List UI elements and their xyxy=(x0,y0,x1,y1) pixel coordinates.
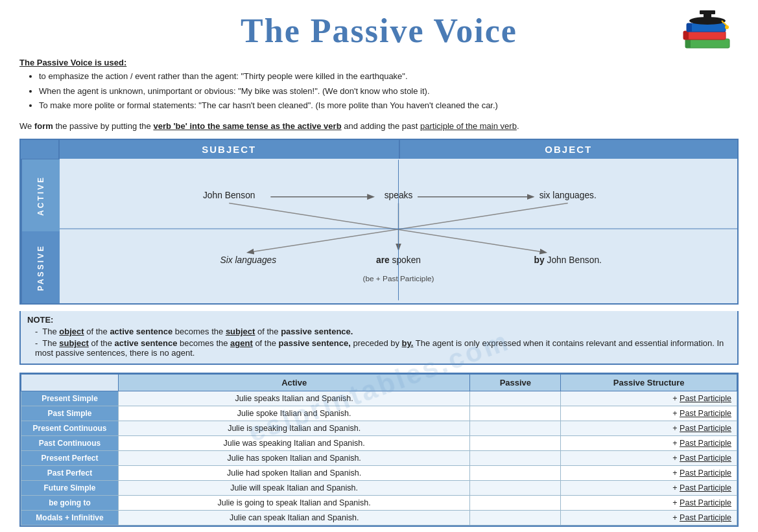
intro-heading: The Passive Voice is used: xyxy=(19,58,126,67)
tenses-row-1: Past SimpleJulie spoke Italian and Spani… xyxy=(21,406,737,421)
tenses-label-8: Modals + Infinitive xyxy=(21,511,119,526)
tenses-active-4: Julie has spoken Italian and Spanish. xyxy=(119,451,470,466)
note-1: - The object of the active sentence beco… xyxy=(35,327,731,336)
note2-subject: subject xyxy=(59,338,89,348)
tenses-row-7: be going toJulie is going to speak Itali… xyxy=(21,496,737,511)
tenses-passive-8 xyxy=(470,511,561,526)
verb-be-phrase: verb 'be' into the same tense as the act… xyxy=(153,121,341,131)
tenses-structure-8: + Past Participle xyxy=(561,511,737,526)
tenses-structure-3: + Past Participle xyxy=(561,436,737,451)
note2-active: active sentence xyxy=(115,338,178,348)
notes-section: NOTE: - The object of the active sentenc… xyxy=(19,311,739,365)
svg-line-16 xyxy=(248,203,568,253)
tenses-table: Active Passive Passive Structure Present… xyxy=(21,374,737,526)
tenses-passive-1 xyxy=(470,406,561,421)
svg-rect-2 xyxy=(683,31,726,40)
tenses-row-8: Modals + InfinitiveJulie can speak Itali… xyxy=(21,511,737,526)
tenses-active-3: Julie was speaking Italian and Spanish. xyxy=(119,436,470,451)
tenses-label-5: Past Perfect xyxy=(21,466,119,481)
svg-text:six languages.: six languages. xyxy=(539,191,597,200)
subject-object-table: SUBJECT OBJECT ACTIVE PASSIVE John Benso… xyxy=(19,139,739,305)
header-empty-cell xyxy=(21,140,60,159)
page-title: The Passive Voice xyxy=(241,12,517,50)
tenses-row-5: Past PerfectJulie had spoken Italian and… xyxy=(21,466,737,481)
tenses-structure-6: + Past Participle xyxy=(561,481,737,496)
intro-section: The Passive Voice is used: to emphasize … xyxy=(19,56,739,113)
svg-text:by John Benson.: by John Benson. xyxy=(534,256,602,266)
col-header-passive: Passive xyxy=(470,375,561,391)
note1-passive: passive sentence. xyxy=(281,327,353,336)
tenses-structure-2: + Past Participle xyxy=(561,421,737,436)
svg-text:John Benson: John Benson xyxy=(203,191,255,200)
svg-point-10 xyxy=(725,25,729,29)
active-label: ACTIVE xyxy=(21,159,60,231)
note2-by: by. xyxy=(402,338,414,348)
svg-rect-0 xyxy=(685,39,729,48)
col-header-0 xyxy=(21,375,119,391)
note1-subject: subject xyxy=(226,327,255,336)
note1-active: active sentence xyxy=(110,327,172,336)
svg-rect-8 xyxy=(700,10,715,14)
tenses-row-3: Past ContinuousJulie was speaking Italia… xyxy=(21,436,737,451)
tenses-structure-4: + Past Participle xyxy=(561,451,737,466)
formation-text: We form the passive by putting the verb … xyxy=(19,119,739,133)
intro-bullet-1: to emphasize the action / event rather t… xyxy=(39,70,739,84)
title-area: The Passive Voice xyxy=(19,12,739,50)
tenses-passive-0 xyxy=(470,391,561,406)
tenses-label-2: Present Continuous xyxy=(21,421,119,436)
tenses-passive-6 xyxy=(470,481,561,496)
tenses-structure-0: + Past Participle xyxy=(561,391,737,406)
tenses-header-row: Active Passive Passive Structure xyxy=(21,375,737,391)
note2-passive: passive sentence, xyxy=(279,338,351,348)
tenses-label-0: Present Simple xyxy=(21,391,119,406)
tenses-structure-1: + Past Participle xyxy=(561,406,737,421)
side-labels: ACTIVE PASSIVE xyxy=(21,159,60,303)
tenses-passive-2 xyxy=(470,421,561,436)
object-header: OBJECT xyxy=(399,140,738,159)
tenses-row-4: Present PerfectJulie has spoken Italian … xyxy=(21,451,737,466)
col-header-active: Active xyxy=(119,375,470,391)
table-header: SUBJECT OBJECT xyxy=(21,140,737,159)
tenses-active-5: Julie had spoken Italian and Spanish. xyxy=(119,466,470,481)
books-icon xyxy=(680,5,739,57)
tenses-label-1: Past Simple xyxy=(21,406,119,421)
participle-phrase: participle of the main verb xyxy=(420,121,517,131)
note-2: - The subject of the active sentence bec… xyxy=(35,338,731,358)
intro-bullets: to emphasize the action / event rather t… xyxy=(39,70,739,113)
passive-label: PASSIVE xyxy=(21,231,60,303)
tenses-table-wrapper: Active Passive Passive Structure Present… xyxy=(19,373,739,527)
tenses-passive-3 xyxy=(470,436,561,451)
note-label: NOTE: xyxy=(27,315,53,325)
svg-rect-3 xyxy=(683,31,689,40)
intro-bullet-3: To make more polite or formal statements… xyxy=(39,99,739,113)
tenses-active-0: Julie speaks Italian and Spanish. xyxy=(119,391,470,406)
col-header-structure: Passive Structure xyxy=(561,375,737,391)
tenses-row-2: Present ContinuousJulie is speaking Ital… xyxy=(21,421,737,436)
active-passive-grid: ACTIVE PASSIVE John Benson speaks six la… xyxy=(21,159,737,303)
tenses-active-7: Julie is going to speak Italian and Span… xyxy=(119,496,470,511)
svg-line-17 xyxy=(229,203,545,253)
note1-object: object xyxy=(59,327,84,336)
form-word: form xyxy=(34,121,53,131)
diagram-area: John Benson speaks six languages. xyxy=(60,159,737,303)
tenses-label-7: be going to xyxy=(21,496,119,511)
svg-text:Six languages: Six languages xyxy=(220,256,276,266)
tenses-label-4: Present Perfect xyxy=(21,451,119,466)
tenses-passive-4 xyxy=(470,451,561,466)
tenses-active-1: Julie spoke Italian and Spanish. xyxy=(119,406,470,421)
tenses-structure-7: + Past Participle xyxy=(561,496,737,511)
intro-bullet-2: When the agent is unknown, unimportant o… xyxy=(39,85,739,98)
tenses-structure-5: + Past Participle xyxy=(561,466,737,481)
subject-header: SUBJECT xyxy=(60,140,399,159)
tenses-row-6: Future SimpleJulie will speak Italian an… xyxy=(21,481,737,496)
svg-rect-5 xyxy=(687,23,692,32)
tenses-active-8: Julie can speak Italian and Spanish. xyxy=(119,511,470,526)
tenses-passive-7 xyxy=(470,496,561,511)
tenses-label-6: Future Simple xyxy=(21,481,119,496)
diagram-svg: John Benson speaks six languages. xyxy=(60,159,737,301)
tenses-passive-5 xyxy=(470,466,561,481)
svg-rect-1 xyxy=(685,39,691,48)
tenses-active-2: Julie is speaking Italian and Spanish. xyxy=(119,421,470,436)
note2-agent: agent xyxy=(230,338,253,348)
tenses-active-6: Julie will speak Italian and Spanish. xyxy=(119,481,470,496)
